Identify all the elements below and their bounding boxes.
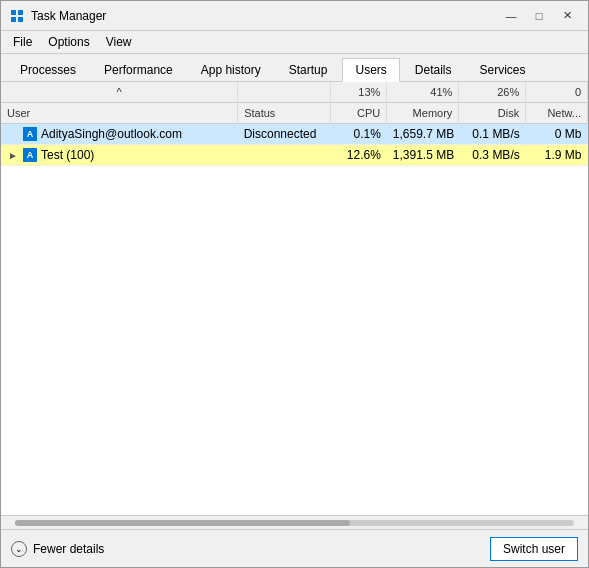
- fewer-details-label: Fewer details: [33, 542, 104, 556]
- close-button[interactable]: ✕: [554, 6, 580, 26]
- svg-rect-0: [11, 10, 16, 15]
- tab-bar: Processes Performance App history Startu…: [1, 54, 588, 82]
- user-avatar: A: [23, 148, 37, 162]
- col-pct-status: [238, 82, 331, 103]
- minimize-button[interactable]: —: [498, 6, 524, 26]
- tab-performance[interactable]: Performance: [91, 58, 186, 81]
- table-header-label-row: User Status CPU Memory Disk Netw...: [1, 103, 588, 124]
- col-header-memory[interactable]: Memory: [387, 103, 459, 124]
- status-cell: [238, 145, 331, 166]
- scrollbar-thumb[interactable]: [15, 520, 350, 526]
- col-pct-disk: 26%: [459, 82, 526, 103]
- expand-icon: [7, 128, 19, 140]
- col-header-user[interactable]: User: [1, 103, 238, 124]
- user-cell: ► A Test (100): [1, 145, 238, 166]
- svg-rect-3: [18, 17, 23, 22]
- cpu-cell: 12.6%: [330, 145, 387, 166]
- status-bar: ⌄ Fewer details Switch user: [1, 529, 588, 567]
- tab-details[interactable]: Details: [402, 58, 465, 81]
- col-header-cpu[interactable]: CPU: [330, 103, 387, 124]
- memory-cell: 1,391.5 MB: [387, 145, 459, 166]
- expand-icon[interactable]: ►: [7, 149, 19, 161]
- menu-view[interactable]: View: [98, 33, 140, 51]
- menu-file[interactable]: File: [5, 33, 40, 51]
- menu-bar: File Options View: [1, 31, 588, 54]
- user-name: Test (100): [41, 148, 94, 162]
- disk-cell: 0.3 MB/s: [459, 145, 526, 166]
- col-header-disk[interactable]: Disk: [459, 103, 526, 124]
- fewer-details-icon: ⌄: [11, 541, 27, 557]
- col-pct-memory: 41%: [387, 82, 459, 103]
- user-cell: A AdityaSingh@outlook.com: [1, 124, 238, 145]
- user-avatar: A: [23, 127, 37, 141]
- col-header-network[interactable]: Netw...: [526, 103, 588, 124]
- svg-rect-2: [11, 17, 16, 22]
- status-cell: Disconnected: [238, 124, 331, 145]
- sort-arrow: ^: [116, 86, 121, 98]
- col-pct-cpu: 13%: [330, 82, 387, 103]
- network-cell: 1.9 Mb: [526, 145, 588, 166]
- chevron-down-icon: ⌄: [15, 544, 23, 554]
- col-pct-network: 0: [526, 82, 588, 103]
- svg-rect-1: [18, 10, 23, 15]
- tab-users[interactable]: Users: [342, 58, 399, 82]
- table-header-pct-row: ^ 13% 41% 26% 0: [1, 82, 588, 103]
- title-bar: Task Manager — □ ✕: [1, 1, 588, 31]
- maximize-button[interactable]: □: [526, 6, 552, 26]
- app-icon: [9, 8, 25, 24]
- window-controls: — □ ✕: [498, 6, 580, 26]
- fewer-details-button[interactable]: ⌄ Fewer details: [11, 541, 104, 557]
- memory-cell: 1,659.7 MB: [387, 124, 459, 145]
- col-header-status[interactable]: Status: [238, 103, 331, 124]
- disk-cell: 0.1 MB/s: [459, 124, 526, 145]
- scrollbar-track[interactable]: [15, 520, 574, 526]
- col-pct-sort: ^: [1, 82, 238, 103]
- main-content: ^ 13% 41% 26% 0 User Status CPU Memory: [1, 82, 588, 529]
- user-name: AdityaSingh@outlook.com: [41, 127, 182, 141]
- table-row[interactable]: A AdityaSingh@outlook.com Disconnected 0…: [1, 124, 588, 145]
- table-row[interactable]: ► A Test (100) 12.6% 1,391.5 MB 0.3 MB/s…: [1, 145, 588, 166]
- task-manager-window: Task Manager — □ ✕ File Options View Pro…: [0, 0, 589, 568]
- tab-startup[interactable]: Startup: [276, 58, 341, 81]
- tab-services[interactable]: Services: [467, 58, 539, 81]
- window-title: Task Manager: [31, 9, 498, 23]
- horizontal-scrollbar[interactable]: [1, 515, 588, 529]
- network-cell: 0 Mb: [526, 124, 588, 145]
- table-container: ^ 13% 41% 26% 0 User Status CPU Memory: [1, 82, 588, 515]
- tab-app-history[interactable]: App history: [188, 58, 274, 81]
- menu-options[interactable]: Options: [40, 33, 97, 51]
- users-table: ^ 13% 41% 26% 0 User Status CPU Memory: [1, 82, 588, 166]
- switch-user-button[interactable]: Switch user: [490, 537, 578, 561]
- cpu-cell: 0.1%: [330, 124, 387, 145]
- tab-processes[interactable]: Processes: [7, 58, 89, 81]
